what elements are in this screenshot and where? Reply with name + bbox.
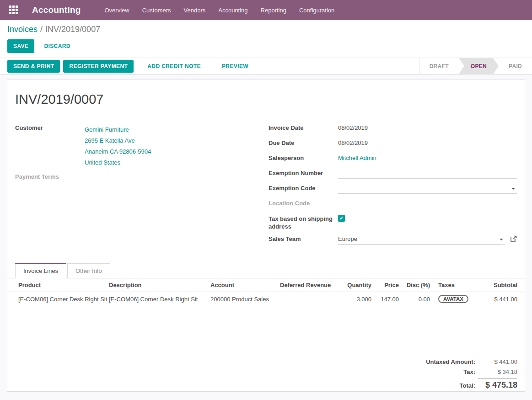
chevron-down-icon xyxy=(500,239,503,240)
left-field-group: Customer Gemini Furniture 2695 E Katella… xyxy=(15,123,246,250)
tax-label: Tax: xyxy=(413,368,475,375)
exemption-code-select[interactable] xyxy=(338,184,517,194)
salesperson-label: Salesperson xyxy=(269,154,338,165)
exemption-number-input[interactable] xyxy=(338,169,517,179)
cell-disc[interactable]: 0.00 xyxy=(401,292,432,306)
cell-description[interactable]: [E-COM06] Corner Desk Right Sit xyxy=(107,292,209,306)
col-header-subtotal[interactable]: Subtotal xyxy=(475,278,525,292)
table-row[interactable]: [E-COM06] Corner Desk Right Sit [E-COM06… xyxy=(7,292,525,306)
preview-button[interactable]: PREVIEW xyxy=(216,59,254,73)
nav-item-vendors[interactable]: Vendors xyxy=(184,7,206,14)
add-credit-note-button[interactable]: ADD CREDIT NOTE xyxy=(141,59,207,73)
customer-name-link[interactable]: Gemini Furniture xyxy=(85,124,246,135)
exemption-number-row: Exemption Number xyxy=(269,169,517,180)
register-payment-button[interactable]: REGISTER PAYMENT xyxy=(63,60,134,73)
col-header-disc[interactable]: Disc (%) xyxy=(401,278,432,292)
col-header-product[interactable]: Product xyxy=(7,278,107,292)
sales-team-wrap: Europe xyxy=(338,235,517,245)
nav-item-reporting[interactable]: Reporting xyxy=(261,7,286,14)
tab-other-info[interactable]: Other Info xyxy=(67,263,110,278)
customer-street[interactable]: 2695 E Katella Ave xyxy=(85,135,246,146)
due-date-row: Due Date 08/02/2019 xyxy=(269,139,517,149)
col-header-deferred-revenue[interactable]: Deferred Revenue xyxy=(278,278,340,292)
discard-button[interactable]: DISCARD xyxy=(38,39,76,53)
untaxed-amount-value: $ 441.00 xyxy=(478,358,517,365)
customer-country[interactable]: United States xyxy=(85,157,246,168)
invoice-lines-table: Product Description Account Deferred Rev… xyxy=(7,278,525,306)
external-link-icon[interactable] xyxy=(511,235,517,244)
invoice-date-row: Invoice Date 08/02/2019 xyxy=(269,123,517,134)
top-nav-bar: Accounting Overview Customers Vendors Ac… xyxy=(0,0,532,20)
status-step-draft[interactable]: DRAFT xyxy=(419,58,459,74)
nav-item-customers[interactable]: Customers xyxy=(142,7,171,14)
tax-shipping-label: Tax based on shipping address xyxy=(269,214,338,230)
invoice-form-sheet: INV/2019/0007 Customer Gemini Furniture … xyxy=(7,80,525,392)
cell-deferred-revenue[interactable] xyxy=(278,292,340,306)
customer-city[interactable]: Anaheim CA 92806-5904 xyxy=(85,146,246,157)
breadcrumb: Invoices/INV/2019/0007 xyxy=(7,25,525,34)
untaxed-amount-row: Untaxed Amount: $ 441.00 xyxy=(413,358,517,365)
due-date-label: Due Date xyxy=(269,139,338,149)
save-button[interactable]: SAVE xyxy=(7,39,34,53)
status-step-open[interactable]: OPEN xyxy=(459,58,499,74)
salesperson-link[interactable]: Mitchell Admin xyxy=(338,154,517,165)
cell-product[interactable]: [E-COM06] Corner Desk Right Sit xyxy=(7,292,107,306)
total-label: Total: xyxy=(413,382,475,389)
right-field-group: Invoice Date 08/02/2019 Due Date 08/02/2… xyxy=(269,123,517,250)
sales-team-value: Europe xyxy=(338,235,357,242)
breadcrumb-invoices-link[interactable]: Invoices xyxy=(7,25,38,34)
exemption-code-wrap xyxy=(338,184,517,195)
statusbar: SEND & PRINT REGISTER PAYMENT ADD CREDIT… xyxy=(0,58,532,75)
field-columns: Customer Gemini Furniture 2695 E Katella… xyxy=(15,123,517,250)
invoice-title: INV/2019/0007 xyxy=(15,92,517,107)
chevron-down-icon xyxy=(511,188,515,190)
apps-grid-icon[interactable] xyxy=(9,5,18,15)
send-print-button[interactable]: SEND & PRINT xyxy=(7,60,60,73)
cell-account[interactable]: 200000 Product Sales xyxy=(209,292,278,306)
col-header-account[interactable]: Account xyxy=(209,278,278,292)
cell-taxes[interactable]: AVATAX xyxy=(432,292,475,306)
tax-value: $ 34.18 xyxy=(478,368,517,375)
totals-block: Untaxed Amount: $ 441.00 Tax: $ 34.18 To… xyxy=(413,354,517,400)
nav-menu: Overview Customers Vendors Accounting Re… xyxy=(105,7,335,14)
due-date-value[interactable]: 08/02/2019 xyxy=(338,139,517,149)
customer-field-row: Customer Gemini Furniture 2695 E Katella… xyxy=(15,123,246,168)
content-area: INV/2019/0007 Customer Gemini Furniture … xyxy=(0,75,532,400)
invoice-date-value[interactable]: 08/02/2019 xyxy=(338,123,517,134)
payment-terms-value[interactable] xyxy=(85,172,246,183)
cell-subtotal[interactable]: $ 441.00 xyxy=(475,292,525,306)
payment-terms-label: Payment Terms xyxy=(15,172,85,183)
col-header-taxes[interactable]: Taxes xyxy=(432,278,475,292)
col-header-description[interactable]: Description xyxy=(107,278,209,292)
cell-price[interactable]: 147.00 xyxy=(373,292,401,306)
table-header-row: Product Description Account Deferred Rev… xyxy=(7,278,525,292)
total-row: Total: $ 475.18 xyxy=(413,379,517,390)
col-header-price[interactable]: Price xyxy=(373,278,401,292)
status-widget: DRAFT OPEN PAID xyxy=(419,58,532,74)
location-code-label: Location Code xyxy=(269,199,338,210)
tax-badge[interactable]: AVATAX xyxy=(438,295,468,303)
invoice-date-label: Invoice Date xyxy=(269,123,338,134)
nav-item-overview[interactable]: Overview xyxy=(105,7,129,14)
exemption-number-wrap xyxy=(338,169,517,180)
breadcrumb-separator: / xyxy=(40,25,43,34)
exemption-number-label: Exemption Number xyxy=(269,169,338,180)
tab-invoice-lines[interactable]: Invoice Lines xyxy=(15,263,66,278)
nav-item-configuration[interactable]: Configuration xyxy=(299,7,334,14)
tax-shipping-checkbox[interactable]: ✓ xyxy=(338,215,345,222)
status-step-paid[interactable]: PAID xyxy=(499,58,532,74)
app-title: Accounting xyxy=(32,5,81,15)
exemption-code-row: Exemption Code xyxy=(269,184,517,195)
untaxed-amount-label: Untaxed Amount: xyxy=(413,358,475,365)
sales-team-row: Sales Team Europe xyxy=(269,235,517,245)
notebook-tabs: Invoice Lines Other Info xyxy=(7,263,525,278)
cell-quantity[interactable]: 3.000 xyxy=(340,292,373,306)
action-row: SAVE DISCARD xyxy=(7,39,525,53)
sales-team-select[interactable]: Europe xyxy=(338,235,505,245)
customer-label: Customer xyxy=(15,123,85,168)
breadcrumb-current: INV/2019/0007 xyxy=(45,25,100,34)
sales-team-label: Sales Team xyxy=(269,235,338,245)
col-header-quantity[interactable]: Quantity xyxy=(340,278,373,292)
nav-item-accounting[interactable]: Accounting xyxy=(218,7,247,14)
exemption-code-label: Exemption Code xyxy=(269,184,338,195)
